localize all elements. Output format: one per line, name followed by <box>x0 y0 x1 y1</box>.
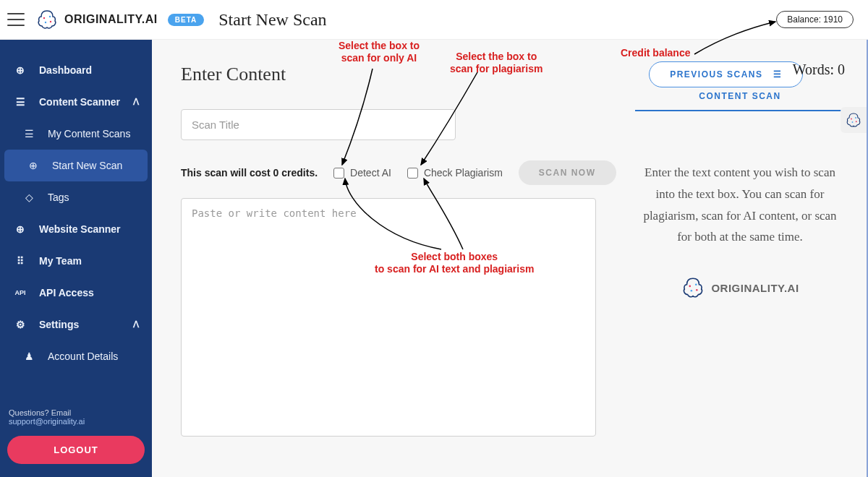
sidebar-item-label: Settings <box>39 319 79 330</box>
sidebar-item-my-team[interactable]: ⠿ My Team <box>0 245 152 277</box>
sidebar-item-label: My Content Scans <box>48 128 130 139</box>
checkbox-icon <box>333 168 344 179</box>
sidebar-item-content-scanner[interactable]: ☰ Content Scanner ᐱ <box>0 86 152 118</box>
sidebar-item-api-access[interactable]: API API Access <box>0 277 152 309</box>
sidebar-item-dashboard[interactable]: ⊕ Dashboard <box>0 54 152 86</box>
scan-now-button[interactable]: SCAN NOW <box>519 160 616 185</box>
page-title: Start New Scan <box>218 10 326 30</box>
list-icon: ☰ <box>22 126 36 141</box>
sidebar-item-start-new-scan[interactable]: ⊕ Start New Scan <box>4 150 148 181</box>
scan-cost-text: This scan will cost 0 credits. <box>181 167 318 179</box>
sidebar-item-website-scanner[interactable]: ⊕ Website Scanner <box>0 213 152 245</box>
scan-title-input[interactable] <box>181 109 456 140</box>
sidebar-item-settings[interactable]: ⚙ Settings ᐱ <box>0 309 152 340</box>
sidebar-item-label: API Access <box>39 287 94 298</box>
info-text: Enter the text content you wish to scan … <box>635 162 845 248</box>
logout-button[interactable]: LOGOUT <box>7 436 145 464</box>
sidebar-item-label: My Team <box>39 255 82 267</box>
menu-toggle-icon[interactable] <box>7 11 25 28</box>
tab-content-scan[interactable]: CONTENT SCAN <box>635 91 845 111</box>
brand-logo: ORIGINALITY.AI <box>35 8 158 31</box>
sidebar-item-label: Start New Scan <box>52 160 122 171</box>
content-textarea[interactable] <box>181 198 596 437</box>
chevron-up-icon: ᐱ <box>133 97 139 107</box>
globe-icon: ⊕ <box>13 222 27 236</box>
tag-icon: ◇ <box>22 190 36 205</box>
brain-icon <box>681 275 705 300</box>
info-logo: ORIGINALITY.AI <box>635 275 845 300</box>
chevron-up-icon: ᐱ <box>133 319 139 330</box>
sidebar: ⊕ Dashboard ☰ Content Scanner ᐱ ☰ My Con… <box>0 40 152 477</box>
plus-circle-icon: ⊕ <box>26 158 41 173</box>
api-icon: API <box>13 285 27 300</box>
brain-icon <box>845 111 862 129</box>
sidebar-item-label: Tags <box>48 192 69 203</box>
help-widget-button[interactable] <box>841 107 867 133</box>
brain-icon <box>35 8 59 31</box>
person-lock-icon: ♟ <box>22 349 36 364</box>
sidebar-item-label: Content Scanner <box>39 96 120 108</box>
check-plagiarism-checkbox[interactable]: Check Plagiarism <box>407 167 503 179</box>
detect-ai-checkbox[interactable]: Detect AI <box>333 167 391 179</box>
word-count: Words: 0 <box>635 61 845 78</box>
gear-icon: ⚙ <box>13 317 27 332</box>
list-icon: ☰ <box>13 95 27 109</box>
support-text: Questions? Email support@originality.ai <box>7 408 145 436</box>
beta-badge: BETA <box>168 14 204 26</box>
gauge-icon: ⊕ <box>13 63 27 77</box>
sidebar-item-account-details[interactable]: ♟ Account Details <box>0 340 152 372</box>
balance-pill[interactable]: Balance: 1910 <box>776 11 854 28</box>
section-title: Enter Content <box>181 64 286 85</box>
support-email-link[interactable]: support@originality.ai <box>9 417 85 426</box>
sidebar-item-label: Dashboard <box>39 64 92 76</box>
sidebar-item-label: Website Scanner <box>39 223 121 235</box>
people-icon: ⠿ <box>13 254 27 268</box>
checkbox-icon <box>407 168 418 179</box>
sidebar-item-tags[interactable]: ◇ Tags <box>0 181 152 213</box>
sidebar-item-label: Account Details <box>48 351 118 362</box>
sidebar-item-my-content-scans[interactable]: ☰ My Content Scans <box>0 118 152 150</box>
brand-text: ORIGINALITY.AI <box>64 13 158 26</box>
